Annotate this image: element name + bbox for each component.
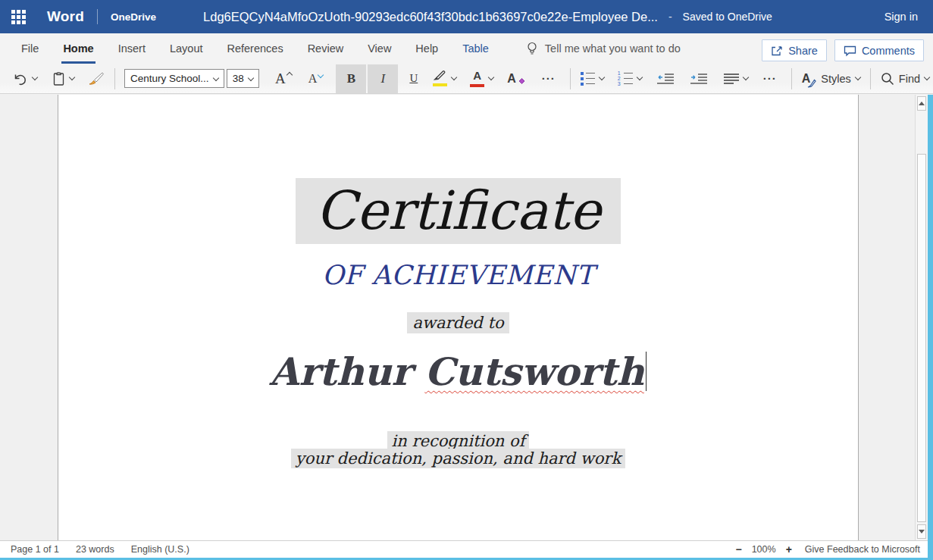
shrink-font-button[interactable]: A (305, 64, 327, 93)
awarded-to-text: awarded to (407, 312, 509, 333)
toolbar-divider (791, 68, 792, 89)
font-name-value: Century School... (130, 73, 209, 84)
decrease-indent-button[interactable] (653, 64, 678, 93)
underline-label: U (409, 72, 418, 85)
zoom-out-button[interactable]: − (735, 543, 741, 555)
grow-font-button[interactable]: A (271, 64, 296, 93)
font-size-value: 38 (233, 73, 244, 84)
tab-references[interactable]: References (214, 33, 295, 64)
eraser-icon (517, 77, 525, 85)
clear-formatting-letter: A (507, 73, 516, 85)
chevron-down-icon (451, 74, 457, 80)
bold-button[interactable]: B (336, 64, 366, 93)
more-paragraph-options-button[interactable]: ··· (755, 64, 785, 93)
chevron-down-icon (248, 74, 254, 80)
tab-home[interactable]: Home (51, 33, 105, 64)
zoom-in-button[interactable]: + (786, 543, 792, 555)
highlighter-icon (433, 70, 447, 80)
grow-font-letter: A (275, 70, 286, 87)
font-size-combo[interactable]: 38 (227, 69, 259, 88)
highlight-color-swatch (433, 83, 447, 86)
numbering-button[interactable]: 1 2 3 (614, 64, 646, 93)
find-button[interactable]: Find (877, 64, 933, 93)
recognition-lines[interactable]: in recognition of your dedication, passi… (58, 433, 858, 468)
tab-view[interactable]: View (355, 33, 403, 64)
font-color-swatch (470, 84, 484, 87)
scroll-down-button[interactable] (917, 524, 926, 539)
clear-formatting-button[interactable]: A (503, 64, 529, 93)
scrollbar-thumb[interactable] (917, 154, 926, 522)
highlight-button[interactable] (429, 64, 460, 93)
subheading-line[interactable]: OF ACHIEVEMENT (58, 260, 858, 290)
recognition-line-2: your dedication, passion, and hard work (291, 449, 625, 468)
italic-label: I (381, 71, 386, 86)
onedrive-link[interactable]: OneDrive (111, 11, 156, 23)
bullet-list-icon (581, 72, 595, 86)
ellipsis-icon: ··· (759, 72, 781, 85)
format-painter-icon (88, 71, 105, 86)
font-color-button[interactable]: A (466, 64, 497, 93)
bullets-button[interactable] (577, 64, 608, 93)
toolbar-divider (570, 68, 571, 89)
recipient-first-name[interactable]: Arthur (270, 349, 425, 394)
word-count[interactable]: 23 words (76, 544, 114, 555)
chevron-down-icon (212, 74, 218, 80)
comments-button[interactable]: Comments (834, 39, 924, 61)
font-name-combo[interactable]: Century School... (124, 69, 224, 88)
toolbar-divider (114, 68, 115, 89)
document-page[interactable]: Certificate OF ACHIEVEMENT awarded to Ar… (58, 95, 859, 540)
chevron-down-icon (924, 74, 930, 80)
awarded-to-line[interactable]: awarded to (58, 314, 858, 332)
chevron-down-icon (32, 74, 38, 80)
tab-review[interactable]: Review (296, 33, 356, 64)
recipient-last-name-misspelled[interactable]: Cutsworth (424, 349, 644, 394)
tab-file[interactable]: File (9, 33, 51, 64)
tab-help[interactable]: Help (403, 33, 450, 64)
app-launcher-waffle-icon[interactable] (11, 10, 26, 24)
lightbulb-icon (527, 42, 537, 56)
save-status[interactable]: Saved to OneDrive (683, 11, 772, 23)
chevron-down-icon (743, 74, 749, 80)
undo-button[interactable] (9, 64, 41, 93)
app-name[interactable]: Word (47, 8, 84, 25)
underline-button[interactable]: U (405, 64, 421, 93)
scroll-up-button[interactable] (917, 96, 926, 111)
more-font-options-button[interactable]: ··· (534, 64, 564, 93)
language-indicator[interactable]: English (U.S.) (131, 544, 189, 555)
shrink-font-letter: A (308, 72, 318, 86)
italic-button[interactable]: I (368, 64, 398, 93)
heading-line[interactable]: Certificate (58, 178, 858, 244)
home-toolbar: Century School... 38 A A B I U A (0, 64, 933, 94)
vertical-scrollbar[interactable] (915, 95, 928, 540)
ribbon-actions: Share Comments (762, 39, 924, 61)
document-title[interactable]: Ldg6EQCyN4aMfoOzUoth-90293edc60f43f30bdc… (203, 10, 658, 24)
comments-label: Comments (862, 45, 915, 57)
format-painter-button[interactable] (84, 64, 108, 93)
styles-button[interactable]: A Styles (798, 64, 864, 93)
text-cursor (646, 352, 647, 391)
alignment-button[interactable] (720, 64, 752, 93)
tell-me-label: Tell me what you want to do (545, 42, 681, 55)
chevron-up-icon (286, 71, 293, 77)
tell-me-box[interactable]: Tell me what you want to do (527, 42, 681, 56)
tab-insert[interactable]: Insert (106, 33, 158, 64)
recognition-line-1: in recognition of (387, 431, 530, 451)
document-canvas: Certificate OF ACHIEVEMENT awarded to Ar… (0, 95, 928, 540)
font-color-letter: A (473, 70, 481, 81)
comments-icon (844, 45, 856, 57)
tab-layout[interactable]: Layout (158, 33, 215, 64)
recipient-name-line[interactable]: Arthur Cutsworth (58, 351, 858, 393)
tab-table[interactable]: Table (450, 33, 501, 64)
share-label: Share (788, 45, 818, 57)
paste-button[interactable] (49, 64, 78, 93)
certificate-heading: Certificate (296, 178, 620, 244)
zoom-level[interactable]: 100% (752, 544, 776, 555)
increase-indent-button[interactable] (687, 64, 711, 93)
feedback-link[interactable]: Give Feedback to Microsoft (805, 544, 920, 555)
style-brush-icon (807, 79, 816, 88)
chevron-down-icon (599, 74, 605, 80)
share-button[interactable]: Share (762, 39, 827, 61)
sign-in-link[interactable]: Sign in (884, 11, 918, 23)
page-count[interactable]: Page 1 of 1 (11, 544, 59, 555)
titlebar: Word OneDrive Ldg6EQCyN4aMfoOzUoth-90293… (0, 0, 933, 33)
